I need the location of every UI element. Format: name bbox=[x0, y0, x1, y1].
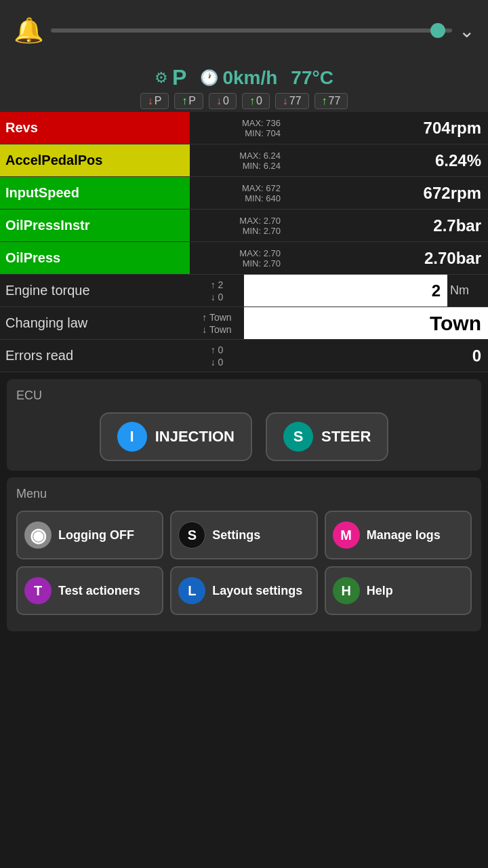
settings-label: Settings bbox=[212, 528, 260, 542]
temp-value: 77°C bbox=[291, 67, 333, 89]
injection-button[interactable]: I INJECTION bbox=[100, 412, 252, 461]
layout-settings-icon: L bbox=[178, 577, 205, 604]
logging-icon: ◉ bbox=[24, 521, 52, 549]
status-badges: ↓P ↑P ↓0 ↑0 ↓77 ↑77 bbox=[7, 93, 481, 109]
help-button[interactable]: H Help bbox=[325, 566, 472, 615]
enginetorque-unit: Nm bbox=[447, 275, 488, 307]
test-actioners-label: Test actioners bbox=[58, 584, 140, 598]
changinglaw-arrows: ↑ Town ↓ Town bbox=[190, 307, 244, 339]
table-row: InputSpeed MAX: 672 MIN: 640 672rpm bbox=[0, 177, 488, 210]
steer-label: STEER bbox=[321, 428, 371, 446]
data-table: Revs MAX: 736 MIN: 704 704rpm AccelPedal… bbox=[0, 112, 488, 372]
steer-icon: S bbox=[283, 422, 313, 452]
errorsread-label: Errors read bbox=[0, 340, 190, 372]
accel-label: AccelPedalPos bbox=[0, 144, 190, 176]
manage-logs-button[interactable]: M Manage logs bbox=[325, 511, 472, 559]
settings-icon: S bbox=[178, 521, 205, 549]
changinglaw-value: Town bbox=[244, 307, 488, 339]
revs-value: 704rpm bbox=[285, 112, 488, 144]
badge-up-0: ↑0 bbox=[242, 93, 270, 109]
steer-button[interactable]: S STEER bbox=[266, 412, 388, 461]
revs-minmax: MAX: 736 MIN: 704 bbox=[190, 112, 285, 144]
manage-logs-label: Manage logs bbox=[367, 528, 441, 542]
revs-label: Revs bbox=[0, 112, 190, 144]
slider-track[interactable] bbox=[51, 28, 452, 33]
dropdown-icon[interactable]: ⌄ bbox=[459, 20, 474, 42]
gear-icon: ⚙ bbox=[155, 69, 168, 87]
oilpressinstr-label: OilPressInstr bbox=[0, 210, 190, 241]
status-bar: ⚙ P 🕐 0km/h 77°C ↓P ↑P ↓0 ↑0 ↓77 ↑77 bbox=[0, 61, 488, 112]
menu-label: Menu bbox=[16, 487, 472, 501]
menu-row2: T Test actioners L Layout settings H Hel… bbox=[16, 566, 472, 615]
test-actioners-button[interactable]: T Test actioners bbox=[16, 566, 163, 615]
table-row: Engine torque ↑ 2 ↓ 0 2 Nm bbox=[0, 275, 488, 307]
oilpressinstr-value: 2.7bar bbox=[285, 210, 488, 241]
speedometer-icon: 🕐 bbox=[200, 69, 218, 87]
enginetorque-value: 2 bbox=[244, 275, 447, 307]
logging-off-button[interactable]: ◉ Logging OFF bbox=[16, 511, 163, 559]
injection-icon: I bbox=[117, 422, 147, 452]
ecu-buttons: I INJECTION S STEER bbox=[16, 412, 472, 461]
inputspeed-label: InputSpeed bbox=[0, 177, 190, 209]
oilpress-value: 2.70bar bbox=[285, 242, 488, 274]
badge-down-0: ↓0 bbox=[209, 93, 237, 109]
errorsread-value: 0 bbox=[244, 340, 488, 372]
logging-label: Logging OFF bbox=[58, 528, 134, 542]
layout-settings-button[interactable]: L Layout settings bbox=[170, 566, 317, 615]
test-actioners-icon: T bbox=[24, 577, 52, 604]
badge-up-p: ↑P bbox=[174, 93, 203, 109]
help-icon: H bbox=[333, 577, 360, 604]
badge-down-77: ↓77 bbox=[275, 93, 309, 109]
errorsread-arrows: ↑ 0 ↓ 0 bbox=[190, 340, 244, 372]
inputspeed-value: 672rpm bbox=[285, 177, 488, 209]
changinglaw-label: Changing law bbox=[0, 307, 190, 339]
speed-value: 0km/h bbox=[222, 67, 277, 89]
enginetorque-arrows: ↑ 2 ↓ 0 bbox=[190, 275, 244, 307]
manage-logs-icon: M bbox=[333, 521, 360, 549]
help-label: Help bbox=[367, 584, 393, 598]
badge-up-77: ↑77 bbox=[314, 93, 348, 109]
ecu-label: ECU bbox=[16, 389, 472, 403]
settings-button[interactable]: S Settings bbox=[170, 511, 317, 559]
oilpress-label: OilPress bbox=[0, 242, 190, 274]
menu-row1: ◉ Logging OFF S Settings M Manage logs bbox=[16, 511, 472, 559]
enginetorque-label: Engine torque bbox=[0, 275, 190, 307]
ecu-section: ECU I INJECTION S STEER bbox=[7, 379, 481, 471]
layout-settings-label: Layout settings bbox=[212, 584, 302, 598]
table-row: Errors read ↑ 0 ↓ 0 0 bbox=[0, 340, 488, 372]
table-row: Revs MAX: 736 MIN: 704 704rpm bbox=[0, 112, 488, 144]
table-row: Changing law ↑ Town ↓ Town Town bbox=[0, 307, 488, 340]
menu-section: Menu ◉ Logging OFF S Settings M Manage l… bbox=[7, 477, 481, 631]
top-bar: 🔔 ⌄ bbox=[0, 0, 488, 61]
slider-thumb[interactable] bbox=[430, 23, 445, 38]
inputspeed-minmax: MAX: 672 MIN: 640 bbox=[190, 177, 285, 209]
table-row: OilPress MAX: 2.70 MIN: 2.70 2.70bar bbox=[0, 242, 488, 275]
bell-icon: 🔔 bbox=[14, 16, 44, 45]
table-row: OilPressInstr MAX: 2.70 MIN: 2.70 2.7bar bbox=[0, 210, 488, 242]
gear-mode: P bbox=[172, 65, 186, 90]
badge-down-p: ↓P bbox=[140, 93, 169, 109]
accel-minmax: MAX: 6.24 MIN: 6.24 bbox=[190, 144, 285, 176]
table-row: AccelPedalPos MAX: 6.24 MIN: 6.24 6.24% bbox=[0, 144, 488, 177]
oilpressinstr-minmax: MAX: 2.70 MIN: 2.70 bbox=[190, 210, 285, 241]
accel-value: 6.24% bbox=[285, 144, 488, 176]
injection-label: INJECTION bbox=[155, 428, 235, 446]
oilpress-minmax: MAX: 2.70 MIN: 2.70 bbox=[190, 242, 285, 274]
